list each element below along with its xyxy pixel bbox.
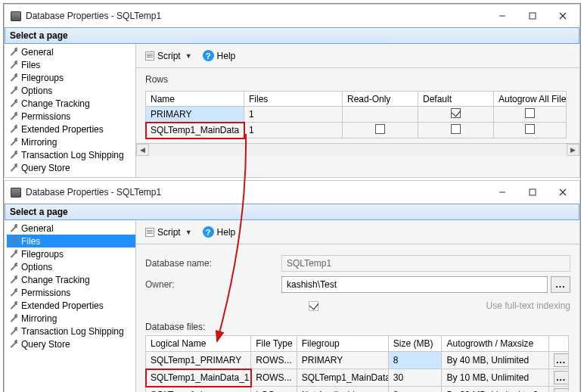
col-autogrowth[interactable]: Autogrowth / Maxsize	[442, 336, 548, 352]
sidebar-item-mirroring[interactable]: Mirroring	[7, 312, 135, 325]
col-files[interactable]: Files	[244, 92, 343, 107]
table-row[interactable]: SQLTemp1_MainData_1 ROWS... SQLTemp1_Mai…	[146, 369, 569, 387]
sidebar-item-query-store[interactable]: Query Store	[7, 161, 135, 174]
checkbox-unchecked-icon[interactable]	[525, 124, 535, 134]
col-readonly[interactable]: Read-Only	[343, 92, 418, 107]
wrench-icon	[8, 124, 19, 135]
sidebar-item-general[interactable]: General	[7, 45, 135, 58]
table-row[interactable]: SQLTemp1_PRIMARY ROWS... PRIMARY 8 By 40…	[146, 352, 569, 369]
cell-filegroup[interactable]: PRIMARY	[297, 352, 388, 369]
col-autogrow[interactable]: Autogrow All Files	[494, 92, 567, 107]
ellipsis-button[interactable]: ...	[554, 353, 569, 367]
checkbox-unchecked-icon[interactable]	[451, 124, 461, 134]
cell-files[interactable]: 1	[244, 123, 343, 138]
sidebar-item-files[interactable]: Files	[7, 235, 135, 247]
scroll-left-button[interactable]: ◀	[136, 144, 149, 156]
close-button[interactable]	[548, 182, 578, 203]
cell-logical-name[interactable]: SQLTemp1_Log	[146, 387, 251, 393]
help-icon: ?	[203, 226, 214, 238]
cell-ellipsis[interactable]: ...	[548, 352, 568, 369]
sidebar-item-label: Change Tracking	[21, 98, 90, 109]
ellipsis-button[interactable]: ...	[554, 388, 569, 392]
dbname-field: SQLTemp1	[281, 255, 570, 272]
sidebar-item-permissions[interactable]: Permissions	[7, 110, 135, 123]
sidebar-item-permissions[interactable]: Permissions	[7, 286, 135, 299]
cell-size[interactable]: 8	[388, 352, 442, 369]
cell-name[interactable]: SQLTemp1_MainData	[146, 123, 244, 138]
minimize-button[interactable]	[487, 5, 517, 26]
cell-logical-name[interactable]: SQLTemp1_MainData_1	[146, 369, 251, 387]
scroll-track[interactable]	[149, 144, 567, 156]
script-button[interactable]: Script ▼	[142, 226, 195, 239]
col-file-type[interactable]: File Type	[251, 336, 297, 352]
checkbox-unchecked-icon[interactable]	[375, 124, 385, 134]
sidebar-item-label: Transaction Log Shipping	[21, 150, 124, 160]
dbfiles-label: Database files:	[145, 322, 570, 332]
sidebar-item-general[interactable]: General	[7, 222, 135, 235]
sidebar-item-filegroups[interactable]: Filegroups	[7, 71, 135, 84]
titlebar: Database Properties - SQLTemp1	[5, 5, 579, 27]
col-name[interactable]: Name	[146, 92, 244, 107]
sidebar-item-change-tracking[interactable]: Change Tracking	[7, 273, 135, 286]
cell-filegroup[interactable]: SQLTemp1_MainData	[297, 369, 388, 387]
cell-name[interactable]: PRIMARY	[146, 107, 244, 123]
filegroups-grid[interactable]: Name Files Read-Only Default Autogrow Al…	[145, 91, 567, 138]
checkbox-checked-icon[interactable]	[451, 108, 461, 118]
maximize-button[interactable]	[517, 182, 548, 203]
sidebar-item-label: Filegroups	[21, 249, 64, 260]
close-button[interactable]	[548, 5, 578, 26]
browse-owner-button[interactable]: ...	[551, 276, 570, 293]
cell-autogrowth[interactable]: By 10 MB, Unlimited	[442, 369, 548, 387]
sidebar-item-options[interactable]: Options	[7, 260, 135, 273]
help-button[interactable]: Help	[217, 227, 236, 238]
sidebar-item-filegroups[interactable]: Filegroups	[7, 247, 135, 260]
cell-filegroup[interactable]: Not Applicable	[297, 387, 388, 393]
cell-size[interactable]: 30	[388, 369, 442, 387]
help-button[interactable]: Help	[217, 51, 236, 61]
owner-field[interactable]: kashish\Test	[281, 276, 548, 293]
database-icon	[11, 188, 21, 198]
sidebar-item-query-store[interactable]: Query Store	[7, 338, 135, 350]
cell-readonly[interactable]	[343, 107, 418, 123]
cell-default[interactable]	[418, 107, 494, 123]
cell-autogrowth[interactable]: By 30 MB, Limited to 2...	[442, 387, 548, 393]
sidebar-item-files[interactable]: Files	[7, 58, 135, 71]
checkbox-unchecked-icon[interactable]	[525, 108, 535, 118]
col-default[interactable]: Default	[418, 92, 494, 107]
cell-autogrowth[interactable]: By 40 MB, Unlimited	[442, 352, 548, 369]
cell-autogrow[interactable]	[494, 123, 567, 138]
cell-readonly[interactable]	[343, 123, 418, 138]
table-row[interactable]: SQLTemp1_Log LOG Not Applicable 8 By 30 …	[146, 387, 569, 393]
cell-files[interactable]: 1	[244, 107, 343, 123]
table-row[interactable]: PRIMARY 1	[146, 107, 567, 123]
table-row[interactable]: SQLTemp1_MainData 1	[146, 123, 567, 138]
sidebar-item-change-tracking[interactable]: Change Tracking	[7, 97, 135, 110]
cell-size[interactable]: 8	[388, 387, 442, 393]
cell-file-type[interactable]: ROWS...	[251, 352, 297, 369]
fulltext-label: Use full-text indexing	[486, 300, 570, 311]
cell-ellipsis[interactable]: ...	[548, 369, 568, 387]
sidebar-item-extended-properties[interactable]: Extended Properties	[7, 299, 135, 312]
cell-logical-name[interactable]: SQLTemp1_PRIMARY	[146, 352, 251, 369]
cell-file-type[interactable]: ROWS...	[251, 369, 297, 387]
ellipsis-button[interactable]: ...	[554, 371, 569, 384]
cell-file-type[interactable]: LOG	[251, 387, 297, 393]
horizontal-scrollbar[interactable]: ◀ ▶	[136, 143, 579, 156]
col-filegroup[interactable]: Filegroup	[297, 336, 388, 352]
maximize-button[interactable]	[517, 5, 548, 26]
script-button[interactable]: Script ▼	[142, 49, 195, 63]
owner-label: Owner:	[145, 279, 281, 290]
minimize-button[interactable]	[487, 182, 517, 203]
sidebar-item-log-shipping[interactable]: Transaction Log Shipping	[7, 325, 135, 338]
dbfiles-grid[interactable]: Logical Name File Type Filegroup Size (M…	[145, 335, 569, 392]
col-size[interactable]: Size (MB)	[388, 336, 442, 352]
cell-ellipsis[interactable]: ...	[548, 387, 568, 393]
sidebar-item-options[interactable]: Options	[7, 84, 135, 97]
sidebar-item-extended-properties[interactable]: Extended Properties	[7, 123, 135, 135]
col-logical-name[interactable]: Logical Name	[146, 336, 251, 352]
sidebar-item-log-shipping[interactable]: Transaction Log Shipping	[7, 148, 135, 161]
scroll-right-button[interactable]: ▶	[567, 144, 579, 156]
cell-autogrow[interactable]	[494, 107, 567, 123]
sidebar-item-mirroring[interactable]: Mirroring	[7, 135, 135, 148]
cell-default[interactable]	[418, 123, 494, 138]
